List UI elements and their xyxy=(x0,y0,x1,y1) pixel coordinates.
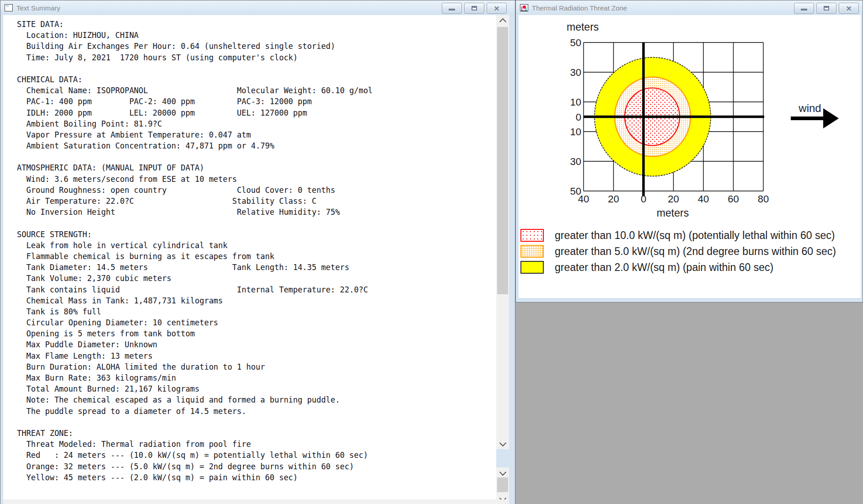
horizontal-scrollbar[interactable] xyxy=(3,499,509,504)
close-icon: ✕ xyxy=(846,5,852,12)
threat-zone-window: Thermal Radiation Threat Zone ✕ meters xyxy=(515,0,863,302)
summary-line: Yellow: 45 meters --- (2.0 kW/(sq m) = p… xyxy=(17,472,373,483)
minimize-button[interactable] xyxy=(442,3,462,14)
y-tick-labels: 50 30 10 0 10 30 50 xyxy=(570,37,581,197)
summary-text: SITE DATA: Location: HUIZHOU, CHINA Buil… xyxy=(17,19,373,483)
minimize-icon xyxy=(449,9,455,11)
svg-text:30: 30 xyxy=(570,67,581,78)
legend-row-yellow: greater than 2.0 kW/(sq m) (pain within … xyxy=(520,261,773,274)
window-title: Thermal Radiation Threat Zone xyxy=(532,4,627,12)
summary-text-area: SITE DATA: Location: HUIZHOU, CHINA Buil… xyxy=(3,15,496,499)
summary-line: Tank contains liquid Internal Temperatur… xyxy=(17,284,373,295)
summary-line: IDLH: 2000 ppm LEL: 20000 ppm UEL: 12700… xyxy=(17,107,373,118)
summary-line: Total Amount Burned: 21,167 kilograms xyxy=(17,383,373,394)
summary-line xyxy=(17,417,373,428)
text-summary-window: "' Text Summary ✕ SITE DATA: Location: H… xyxy=(0,0,515,504)
scroll-up-button[interactable] xyxy=(496,15,509,26)
svg-text:60: 60 xyxy=(728,193,739,205)
summary-line: The puddle spread to a diameter of 14.5 … xyxy=(17,406,373,417)
summary-line: Circular Opening Diameter: 10 centimeter… xyxy=(17,317,373,328)
summary-line: Tank Volume: 2,370 cubic meters xyxy=(17,273,373,284)
summary-line: Building Air Exchanges Per Hour: 0.64 (u… xyxy=(17,41,373,52)
wind-annotation: wind xyxy=(791,102,839,128)
close-button[interactable]: ✕ xyxy=(487,3,507,14)
text-summary-icon: "' xyxy=(5,4,13,11)
svg-text:40: 40 xyxy=(578,193,589,205)
summary-line: Tank is 80% full xyxy=(17,306,373,317)
scrollbar-thumb[interactable] xyxy=(497,477,508,492)
summary-line: Chemical Mass in Tank: 1,487,731 kilogra… xyxy=(17,295,373,306)
maximize-button[interactable] xyxy=(816,3,836,14)
x-axis-title: meters xyxy=(657,207,689,219)
summary-line: Air Temperature: 22.0?C Stability Class:… xyxy=(17,196,373,207)
minimize-button[interactable] xyxy=(794,3,814,14)
minimize-icon xyxy=(801,9,807,11)
legend-row-orange: greater than 5.0 kW/(sq m) (2nd degree b… xyxy=(520,245,836,258)
summary-line xyxy=(17,63,373,74)
summary-line: PAC-1: 400 ppm PAC-2: 400 ppm PAC-3: 120… xyxy=(17,96,373,107)
svg-text:20: 20 xyxy=(608,193,619,205)
summary-line: Vapor Pressure at Ambient Temperature: 0… xyxy=(17,129,373,140)
scroll-down-button[interactable] xyxy=(496,467,509,478)
legend-row-red: greater than 10.0 kW/(sq m) (potentially… xyxy=(520,229,835,242)
maximize-icon xyxy=(824,6,829,11)
vertical-scrollbar[interactable] xyxy=(496,15,509,449)
summary-line: SOURCE STRENGTH: xyxy=(17,229,373,240)
svg-text:30: 30 xyxy=(570,156,581,167)
close-icon: ✕ xyxy=(494,5,500,12)
summary-line xyxy=(17,218,373,228)
red-zone-swatch xyxy=(520,229,544,242)
summary-line: Flammable chemical is burning as it esca… xyxy=(17,251,373,262)
svg-text:20: 20 xyxy=(668,193,679,205)
summary-line: Tank Diameter: 14.5 meters Tank Length: … xyxy=(17,262,373,273)
svg-text:10: 10 xyxy=(570,96,581,108)
threat-zone-icon xyxy=(520,4,528,11)
summary-line: CHEMICAL DATA: xyxy=(17,74,373,85)
summary-line: ATMOSPHERIC DATA: (MANUAL INPUT OF DATA) xyxy=(17,162,373,173)
svg-text:40: 40 xyxy=(698,193,709,205)
svg-text:50: 50 xyxy=(570,37,581,48)
svg-text:80: 80 xyxy=(758,193,769,205)
summary-line: Location: HUIZHOU, CHINA xyxy=(17,30,373,41)
summary-line: SITE DATA: xyxy=(17,19,373,30)
threat-zone-titlebar[interactable]: Thermal Radiation Threat Zone ✕ xyxy=(516,0,863,15)
y-axis-title: meters xyxy=(567,21,599,33)
summary-line: No Inversion Height Relative Humidity: 7… xyxy=(17,207,373,218)
summary-line: Wind: 3.6 meters/second from ESE at 10 m… xyxy=(17,174,373,185)
summary-line: Max Burn Rate: 363 kilograms/min xyxy=(17,372,373,383)
wind-label: wind xyxy=(798,102,821,114)
threat-zone-plot-area: meters meters xyxy=(519,15,861,298)
summary-line: Max Puddle Diameter: Unknown xyxy=(17,339,373,350)
chevron-down-icon xyxy=(499,439,506,446)
summary-line: Orange: 32 meters --- (5.0 kW/(sq m) = 2… xyxy=(17,461,373,472)
outer-vertical-scrollbar[interactable] xyxy=(496,467,509,504)
maximize-button[interactable] xyxy=(464,3,484,14)
close-button[interactable]: ✕ xyxy=(839,3,859,14)
aloha-workspace: { "left_window": { "title": "Text Summar… xyxy=(0,0,863,504)
summary-line: Ambient Saturation Concentration: 47,871… xyxy=(17,140,373,151)
summary-line: Burn Duration: ALOHA limited the duratio… xyxy=(17,361,373,372)
text-summary-titlebar[interactable]: "' Text Summary ✕ xyxy=(0,0,515,15)
chevron-down-icon xyxy=(499,468,506,476)
summary-line xyxy=(17,151,373,162)
orange-zone-swatch xyxy=(520,245,544,258)
legend-label: greater than 2.0 kW/(sq m) (pain within … xyxy=(555,261,773,274)
summary-line: Red : 24 meters --- (10.0 kW/(sq m) = po… xyxy=(17,450,373,461)
wind-arrow-head xyxy=(823,108,839,128)
legend-label: greater than 10.0 kW/(sq m) (potentially… xyxy=(555,229,835,242)
scroll-down-button[interactable] xyxy=(496,438,509,449)
maximize-icon xyxy=(472,6,477,11)
summary-line: Max Flame Length: 13 meters xyxy=(17,350,373,361)
legend-label: greater than 5.0 kW/(sq m) (2nd degree b… xyxy=(555,245,836,258)
summary-line: Threat Modeled: Thermal radiation from p… xyxy=(17,439,373,450)
summary-line: Ambient Boiling Point: 81.9?C xyxy=(17,118,373,129)
window-title: Text Summary xyxy=(16,4,60,12)
summary-line: Ground Roughness: open country Cloud Cov… xyxy=(17,185,373,196)
summary-line: Leak from hole in vertical cylindrical t… xyxy=(17,240,373,251)
summary-line: THREAT ZONE: xyxy=(17,428,373,439)
scrollbar-thumb[interactable] xyxy=(497,27,508,294)
svg-text:0: 0 xyxy=(641,193,646,205)
yellow-zone-swatch xyxy=(520,261,544,274)
svg-text:10: 10 xyxy=(570,126,581,138)
svg-text:0: 0 xyxy=(576,111,581,123)
